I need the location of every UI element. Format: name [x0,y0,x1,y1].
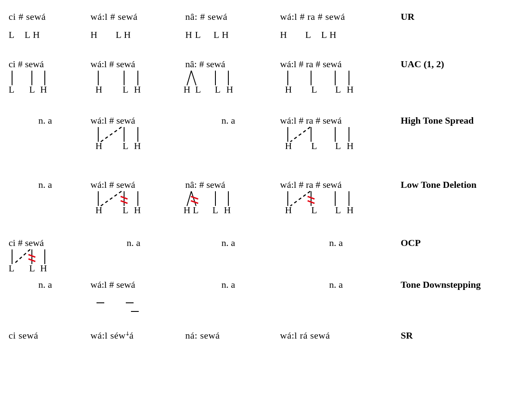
hts-col1: n. a [9,112,82,129]
svg-line-36 [290,191,310,206]
derivation-table: ci # sewá wá:l # sewá nâ: # sewá wá:l # … [9,9,508,344]
tone-L: L [9,84,14,95]
ur-tone-label-spacer [401,25,517,30]
tone-H: H [40,84,47,95]
uac-col1-tones: L L H [9,84,47,95]
spacer [9,218,517,235]
ur-col4-tone: H L L H [280,27,392,43]
svg-line-7 [191,71,196,85]
ur-col2-tone: H L H [90,27,177,43]
bar-icon [126,302,134,303]
spacer [9,312,517,327]
tone-L: L [311,84,317,95]
tone-H: H [285,205,292,215]
uac-col3-tones: H L L H [185,84,233,95]
tone-L: L [9,263,14,274]
bar-icon [131,311,139,312]
uac-label: UAC (1, 2) [401,56,517,72]
tds-col4: n. a [280,277,392,293]
tone-H: H [134,140,141,151]
tone-L: L [122,140,128,151]
tone-H: H [134,205,141,215]
tone-H: H [96,205,103,215]
uac-col3: nâ: # sewá H L L H [185,56,271,98]
tds-col1: n. a [9,277,82,293]
tds-col2: wá:l # sewá [90,277,177,312]
ltd-col1: n. a [9,177,82,193]
tone-H: H [285,140,292,151]
tone-H: H [184,205,190,215]
sr-label: SR [401,327,517,344]
ltd-col3: nâ: # sewá H L L H [185,177,271,218]
ur-col3-tone: H L L H [185,27,271,43]
tone-H: H [347,84,354,95]
ocp-col1-tones: L L H [9,263,47,274]
ltd-col2: wá:l # sewá H L H [90,177,177,218]
hts-col2: wá:l # sewá H L H [90,112,177,154]
ltd-col4-tones: H L L H [280,205,354,216]
ltd-col3-tones: H L L H [185,205,231,216]
tone-L: L [122,84,128,95]
ur-label: UR [401,9,517,25]
hts-label: High Tone Spread [401,112,517,129]
tone-H: H [134,84,141,95]
tone-L: L [122,205,128,215]
uac-col2: wá:l # sewá H L H [90,56,177,98]
tone-H: H [285,84,292,95]
uac-col4: wá:l # ra # sewá H L L H [280,56,392,98]
tds-col3: n. a [185,277,271,293]
sr-col2: wá:l séwꜜá [90,327,177,344]
sr-col3: ná: sewá [185,327,271,344]
tone-H: H [96,84,103,95]
spacer [9,43,517,56]
ltd-col2-tones: H L H [90,205,141,216]
tds-col2-seg: wá:l # sewá [90,279,135,290]
svg-line-24 [101,191,121,206]
ocp-col4: n. a [280,235,392,251]
tone-H: H [226,84,233,95]
ltd-col4: wá:l # ra # sewá H L L H [280,177,392,218]
uac-col4-tones: H L L H [280,84,354,95]
tone-L: L [335,84,341,95]
tone-L: L [29,263,35,274]
tone-L: L [29,84,35,95]
ocp-col3: n. a [185,235,271,251]
hts-col2-tones: H L H [90,140,141,152]
tone-L: L [193,205,198,215]
svg-line-29 [187,191,191,206]
tone-L: L [311,205,317,215]
ocp-col1: ci # sewá L L H [9,235,82,277]
tds-label: Tone Downstepping [401,277,517,293]
bar-icon [97,302,104,303]
tone-L: L [311,140,317,151]
tone-H: H [40,263,47,274]
tone-L: L [215,84,221,95]
ltd-label: Low Tone Deletion [401,177,517,193]
hts-col4: wá:l # ra # sewá H L L H [280,112,392,154]
hts-col3: n. a [185,112,271,129]
ur-col3-seg: nâ: # sewá [185,9,271,25]
sr-col4: wá:l rá sewá [280,327,392,344]
ocp-col2: n. a [90,235,177,251]
uac-col1: ci # sewá L L H [9,56,82,98]
svg-line-43 [14,249,30,264]
ur-col4-seg: wá:l # ra # sewá [280,9,392,25]
ur-col1-seg: ci # sewá [9,9,82,25]
tone-L: L [195,84,201,95]
tone-H: H [224,205,231,215]
tds-bars-row2 [90,305,140,316]
tone-L: L [335,140,341,151]
hts-col4-tones: H L L H [280,140,354,152]
svg-line-33 [191,196,198,199]
tone-L: L [335,205,341,215]
sr-col1: ci sewá [9,327,82,344]
tone-L: L [212,205,218,215]
svg-line-15 [101,127,121,142]
tone-H: H [347,205,354,215]
ur-col1-tone: L L H [9,27,82,43]
tone-H: H [347,140,354,151]
tone-H: H [184,84,190,95]
uac-col2-tones: H L H [90,84,141,95]
svg-line-6 [187,71,191,85]
spacer [9,154,517,177]
